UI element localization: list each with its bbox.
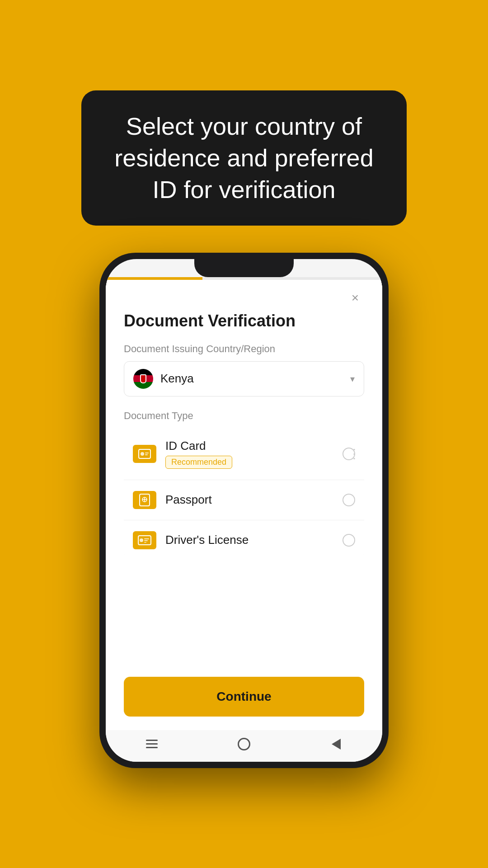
app-content: × Document Verification Document Issuing…	[106, 277, 382, 730]
country-name: Kenya	[160, 372, 350, 386]
phone-notch	[194, 259, 294, 277]
country-selector[interactable]: Kenya ▾	[124, 361, 364, 396]
svg-rect-2	[145, 453, 149, 453]
passport-name: Passport	[165, 493, 343, 507]
doc-option-passport[interactable]: Passport	[124, 480, 364, 520]
document-verification-sheet: × Document Verification Document Issuing…	[106, 280, 382, 730]
id-card-info: ID Card Recommended	[165, 439, 343, 469]
close-button[interactable]: ×	[346, 289, 364, 307]
country-section-label: Document Issuing Country/Region	[124, 343, 364, 355]
svg-point-1	[141, 452, 144, 456]
document-type-label: Document Type	[124, 410, 364, 422]
phone-frame: × Document Verification Document Issuing…	[99, 253, 389, 768]
svg-rect-3	[145, 454, 148, 455]
passport-icon	[133, 491, 156, 509]
doc-option-id-card[interactable]: ID Card Recommended ⋮	[124, 428, 364, 480]
nav-back-icon[interactable]	[323, 737, 350, 751]
svg-rect-11	[144, 540, 148, 541]
drivers-license-info: Driver's License	[165, 533, 343, 547]
dropdown-arrow-icon: ▾	[350, 373, 355, 384]
id-card-icon	[133, 445, 156, 463]
drivers-license-radio[interactable]	[343, 534, 355, 547]
sheet-title: Document Verification	[124, 311, 364, 330]
drivers-license-name: Driver's License	[165, 533, 343, 547]
id-card-name: ID Card	[165, 439, 343, 453]
doc-option-drivers-license[interactable]: Driver's License	[124, 520, 364, 560]
svg-point-9	[140, 538, 143, 542]
nav-menu-icon[interactable]	[138, 737, 165, 751]
continue-button[interactable]: Continue	[124, 677, 364, 717]
document-type-options: ID Card Recommended ⋮	[124, 428, 364, 560]
tooltip-bubble: Select your country of residence and pre…	[81, 90, 407, 226]
nav-home-icon[interactable]	[230, 737, 258, 751]
id-card-recommended-badge: Recommended	[165, 456, 232, 469]
sheet-header: ×	[124, 280, 364, 311]
kenya-flag	[133, 369, 153, 389]
tooltip-text: Select your country of residence and pre…	[114, 113, 373, 203]
drivers-license-icon	[133, 531, 156, 549]
phone-inner: × Document Verification Document Issuing…	[106, 259, 382, 762]
svg-rect-12	[144, 542, 146, 543]
home-indicator-bar	[106, 730, 382, 762]
svg-rect-10	[144, 538, 149, 539]
svg-rect-0	[139, 449, 150, 458]
id-card-option-dots: ⋮	[348, 448, 361, 460]
passport-radio[interactable]	[343, 494, 355, 506]
passport-info: Passport	[165, 493, 343, 507]
